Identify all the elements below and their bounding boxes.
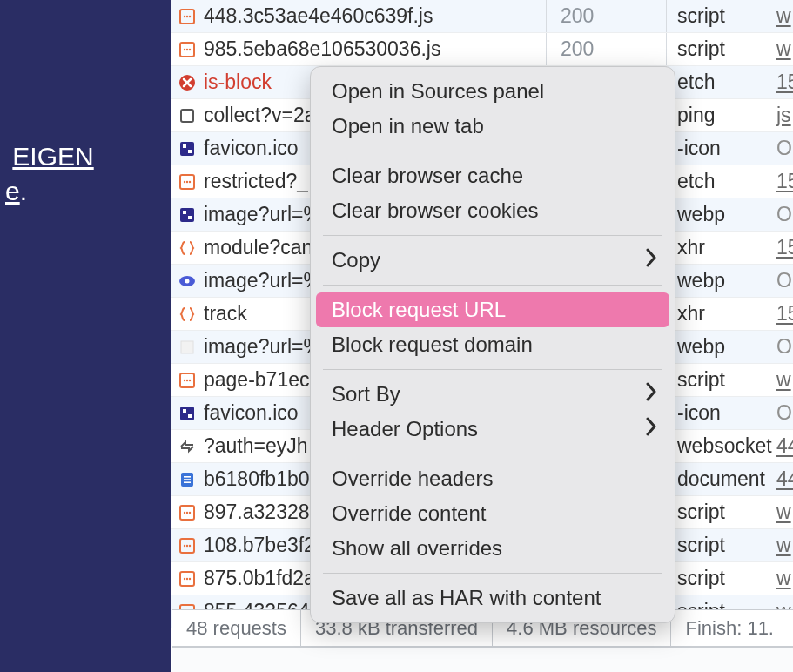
cell-status: 200	[547, 33, 667, 65]
js-icon	[178, 536, 197, 555]
initiator-text: O	[776, 203, 792, 226]
context-menu-item[interactable]: Override content	[316, 496, 669, 531]
initiator-link[interactable]: 15	[776, 170, 793, 193]
context-menu-separator	[323, 369, 662, 370]
cell-initiator: O	[769, 198, 793, 231]
cell-initiator: js	[769, 99, 793, 131]
request-name: b6180fb1b0	[204, 467, 310, 491]
cell-initiator: O	[769, 397, 793, 429]
chevron-right-icon	[645, 248, 657, 272]
request-name: is-block	[204, 71, 272, 94]
context-menu[interactable]: Open in Sources panelOpen in new tabClea…	[310, 66, 675, 623]
footer-finish: Finish: 11.	[671, 610, 788, 646]
cell-initiator: w	[769, 0, 793, 32]
context-menu-item[interactable]: Header Options	[316, 412, 669, 447]
cell-type: websocket	[667, 430, 769, 462]
cell-initiator: 15	[769, 298, 793, 330]
request-name: 875.0b1fd2a	[204, 567, 315, 590]
cell-name[interactable]: 985.5eba68e106530036.js	[171, 33, 547, 65]
context-menu-item[interactable]: Block request domain	[316, 327, 669, 362]
fav-icon	[178, 404, 197, 423]
cell-status: 200	[547, 0, 667, 32]
context-menu-item[interactable]: Show all overrides	[316, 531, 669, 566]
context-menu-label: Override content	[332, 501, 486, 526]
cell-type: -icon	[667, 397, 769, 429]
context-menu-item[interactable]: Save all as HAR with content	[316, 581, 669, 615]
context-menu-separator	[323, 285, 662, 286]
ws-icon	[178, 437, 197, 456]
curly-icon	[178, 305, 197, 324]
initiator-link[interactable]: js	[776, 104, 791, 127]
context-menu-item[interactable]: Sort By	[316, 377, 669, 412]
context-menu-label: Clear browser cache	[332, 164, 523, 188]
context-menu-label: Clear browser cookies	[332, 198, 538, 223]
initiator-link[interactable]: w	[776, 4, 791, 28]
cell-type: etch	[667, 66, 769, 98]
fav-icon	[178, 205, 197, 225]
context-menu-label: Block request domain	[332, 333, 533, 357]
page-sidebar: EIGEN e.	[0, 0, 171, 672]
initiator-link[interactable]: 15	[776, 236, 793, 259]
initiator-link[interactable]: 44	[776, 434, 793, 458]
request-name: restricted?_	[204, 170, 308, 193]
request-name: 448.3c53ae4e460c639f.js	[204, 4, 433, 28]
initiator-text: O	[776, 401, 792, 425]
error-icon	[178, 73, 197, 92]
initiator-link[interactable]: w	[776, 368, 791, 392]
context-menu-label: Copy	[332, 248, 380, 272]
table-row[interactable]: 448.3c53ae4e460c639f.js 200 script w	[171, 0, 793, 33]
context-menu-item[interactable]: Copy	[316, 243, 669, 278]
cell-initiator: O	[769, 265, 793, 297]
request-name: collect?v=2a	[204, 104, 316, 127]
eye-icon	[178, 272, 197, 291]
cell-type: ping	[667, 99, 769, 131]
js-icon	[178, 371, 197, 390]
curly-icon	[178, 239, 197, 258]
initiator-link[interactable]: w	[776, 567, 791, 590]
context-menu-separator	[323, 454, 662, 454]
initiator-text: O	[776, 269, 792, 292]
cell-initiator: O	[769, 132, 793, 165]
cell-type: script	[667, 0, 769, 32]
js-icon	[178, 40, 197, 59]
cell-initiator: w	[769, 562, 793, 595]
context-menu-item[interactable]: Open in Sources panel	[316, 74, 669, 109]
request-name: image?url=%	[204, 203, 321, 226]
initiator-link[interactable]: 15	[776, 302, 793, 326]
context-menu-separator	[323, 573, 662, 574]
request-name: favicon.ico	[204, 137, 299, 160]
request-name: 108.b7be3f2	[204, 534, 315, 557]
sidebar-text-suffix: .	[20, 177, 27, 205]
cell-type: script	[667, 496, 769, 528]
context-menu-item[interactable]: Block request URL	[316, 292, 669, 327]
sidebar-link-e[interactable]: e	[5, 177, 20, 205]
box-icon	[178, 106, 197, 125]
request-name: module?can	[204, 236, 312, 259]
request-name: track	[204, 302, 247, 326]
context-menu-item[interactable]: Clear browser cookies	[316, 193, 669, 228]
context-menu-label: Header Options	[332, 417, 478, 441]
request-name: page-b71ec	[204, 368, 310, 392]
initiator-link[interactable]: w	[776, 501, 791, 524]
cell-initiator: w	[769, 33, 793, 65]
context-menu-separator	[323, 151, 662, 151]
sidebar-link-eigen[interactable]: EIGEN	[12, 142, 93, 171]
table-row[interactable]: 985.5eba68e106530036.js 200 script w	[171, 33, 793, 66]
cell-name[interactable]: 448.3c53ae4e460c639f.js	[171, 0, 547, 32]
initiator-text: O	[776, 335, 792, 359]
context-menu-label: Block request URL	[332, 298, 506, 322]
initiator-link[interactable]: w	[776, 534, 791, 557]
cell-initiator: w	[769, 496, 793, 528]
js-icon	[178, 172, 197, 192]
initiator-link[interactable]: 15	[776, 71, 793, 94]
initiator-link[interactable]: w	[776, 37, 791, 61]
cell-type: webp	[667, 265, 769, 297]
cell-initiator: 44	[769, 463, 793, 495]
context-menu-label: Show all overrides	[332, 536, 502, 561]
request-name: 985.5eba68e106530036.js	[204, 37, 440, 61]
footer-requests: 48 requests	[172, 610, 301, 646]
context-menu-item[interactable]: Open in new tab	[316, 109, 669, 144]
context-menu-item[interactable]: Clear browser cache	[316, 158, 669, 193]
context-menu-item[interactable]: Override headers	[316, 461, 669, 496]
initiator-link[interactable]: 44	[776, 467, 793, 491]
